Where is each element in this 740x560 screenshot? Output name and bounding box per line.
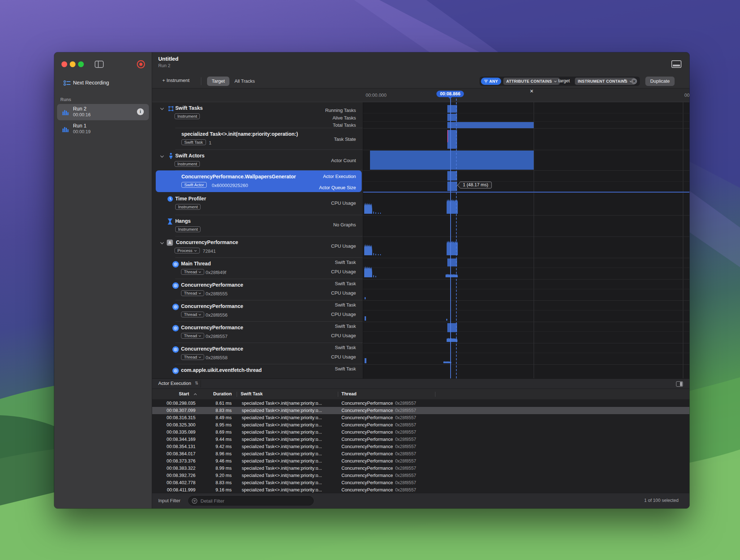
track-badge-thread-dropdown[interactable]: Thread <box>181 333 204 339</box>
filter-token-attribute[interactable]: ATTRIBUTE CONTAINS <box>503 78 560 85</box>
sidebar-item-next-recording[interactable]: Next Recording <box>73 80 109 86</box>
track-row-thread-8556[interactable]: ConcurrencyPerformance Thread 0x28f8556 … <box>152 300 363 322</box>
thread-icon <box>172 346 179 353</box>
timeline-ruler[interactable]: 00:00.000 00:16.292 00 00:08.866 ✕ <box>363 88 689 102</box>
filter-wildcard[interactable]: * <box>624 78 626 83</box>
clear-filter-icon[interactable]: ✕ <box>631 78 637 84</box>
toggle-sidebar-icon[interactable] <box>95 61 104 68</box>
table-row[interactable]: 00:08.298.0358.61 ms specialized Task<>.… <box>152 400 689 407</box>
column-header-start[interactable]: Start <box>179 391 189 396</box>
detail-filter-field[interactable] <box>188 496 314 505</box>
chevron-down-icon[interactable] <box>160 108 164 110</box>
column-header-thread[interactable]: Thread <box>341 391 357 396</box>
chevron-down-icon[interactable] <box>160 155 164 158</box>
zoom-window-button[interactable] <box>78 61 84 67</box>
track-row-main-thread[interactable]: Main Thread Thread 0x28f849f Swift Task … <box>152 258 363 279</box>
segment-all-tracks[interactable]: All Tracks <box>232 77 257 86</box>
toggle-bottom-panel-icon[interactable] <box>671 60 681 68</box>
filter-any-label: ANY <box>489 79 498 83</box>
lane-label: Swift Task <box>335 302 356 308</box>
table-row[interactable]: 00:08.325.3008.95 ms specialized Task<>.… <box>152 421 689 429</box>
timeline-graph-area[interactable]: 1 (48.17 ms) <box>363 102 689 378</box>
track-row-specialized-task[interactable]: specialized Task<>.init(name:priority:op… <box>152 128 363 150</box>
instruments-window: Next Recording Runs Run 2 00:00:16 i <box>54 52 689 508</box>
track-row-wallpapers-generator[interactable]: ConcurrencyPerformance.WallpapersGenerat… <box>152 170 363 192</box>
document-subtitle: Run 2 <box>158 63 170 68</box>
detail-filter-input[interactable] <box>200 498 295 504</box>
lane-label: CPU Usage <box>331 312 356 317</box>
document-title: Untitled <box>158 56 178 62</box>
track-row-thread-8557[interactable]: ConcurrencyPerformance Thread 0x28f8557 … <box>152 322 363 343</box>
lane-label: CPU Usage <box>331 200 356 206</box>
chevron-down-icon <box>554 81 557 82</box>
window-titlebar: Untitled Run 2 <box>152 52 689 74</box>
track-row-thread-8555[interactable]: ConcurrencyPerformance Thread 0x28f8555 … <box>152 279 363 300</box>
run-row-run1[interactable]: Run 1 00:00:19 <box>57 121 149 137</box>
track-row-time-profiler[interactable]: Time Profiler Instrument CPU Usage <box>152 192 363 215</box>
run-duration: 00:00:19 <box>73 129 91 134</box>
lane-label: CPU Usage <box>331 333 356 338</box>
selection-count: 1 of 100 selected <box>644 498 679 503</box>
minimize-window-button[interactable] <box>70 61 76 67</box>
table-row[interactable]: 00:08.354.1319.42 ms specialized Task<>.… <box>152 443 689 450</box>
toggle-inspector-icon[interactable] <box>676 381 683 387</box>
next-recording-icon <box>64 80 71 86</box>
table-row[interactable]: 00:08.411.9999.16 ms specialized Task<>.… <box>152 486 689 493</box>
table-row[interactable]: 00:08.392.7269.20 ms specialized Task<>.… <box>152 472 689 479</box>
column-header-duration[interactable]: Duration <box>213 391 232 396</box>
track-title: ConcurrencyPerformance <box>181 346 243 352</box>
alive-tasks-bar <box>447 114 457 121</box>
track-badge-thread-dropdown[interactable]: Thread <box>181 354 204 360</box>
segment-target[interactable]: Target <box>207 77 229 86</box>
table-row-selected[interactable]: 00:08.307.0998.83 ms specialized Task<>.… <box>152 407 689 414</box>
main-area: Untitled Run 2 + Instrument Target All T… <box>152 52 689 508</box>
track-badge: Swift Task <box>181 139 206 145</box>
track-badge: Instrument <box>175 161 200 167</box>
track-detail-value: 0x28f849f <box>206 270 226 275</box>
track-badge-process-dropdown[interactable]: Process <box>175 248 200 253</box>
filter-value-text[interactable]: target <box>558 78 570 83</box>
run-info-icon[interactable]: i <box>137 108 144 115</box>
track-badge-thread-dropdown[interactable]: Thread <box>181 290 204 296</box>
track-title: Hangs <box>175 218 191 224</box>
sort-toggle-icon[interactable]: ⇅ <box>195 381 198 386</box>
track-row-process[interactable]: A ConcurrencyPerformance Process 72841 C… <box>152 236 363 258</box>
table-row[interactable]: 00:08.344.1699.44 ms specialized Task<>.… <box>152 436 689 443</box>
playhead-time-pill[interactable]: 00:08.866 <box>436 91 464 97</box>
track-row-thread-8558[interactable]: ConcurrencyPerformance Thread 0x28f8558 … <box>152 343 363 364</box>
run-row-run2[interactable]: Run 2 00:00:16 i <box>57 104 149 120</box>
detail-footer: Input Filter 1 of 100 selected <box>152 493 689 508</box>
cpu-usage-graph <box>364 243 372 255</box>
track-detail-value: 1 <box>209 140 211 146</box>
track-badge-thread-dropdown[interactable]: Thread <box>181 312 204 317</box>
table-row[interactable]: 00:08.402.7788.83 ms specialized Task<>.… <box>152 479 689 486</box>
track-row-hangs[interactable]: Hangs Instrument No Graphs <box>152 215 363 236</box>
table-row[interactable]: 00:08.364.0178.96 ms specialized Task<>.… <box>152 450 689 457</box>
track-detail-value: 0x28f8557 <box>206 334 228 339</box>
lane-label: Actor Queue Size <box>319 185 356 190</box>
detail-pane-toolbar: Actor Execution ⇅ <box>152 378 689 389</box>
track-detail-value: 0x600002925260 <box>212 183 248 188</box>
track-row-swift-tasks[interactable]: Swift Tasks Instrument Running Tasks Ali… <box>152 102 363 128</box>
lane-label: Swift Task <box>335 260 356 265</box>
close-window-button[interactable] <box>61 61 67 67</box>
duplicate-button[interactable]: Duplicate <box>645 77 675 86</box>
ruler-close-marker[interactable]: ✕ <box>530 88 534 94</box>
chevron-down-icon[interactable] <box>160 242 164 244</box>
track-row-eventfetch-thread[interactable]: com.apple.uikit.eventfetch-thread Swift … <box>152 364 363 378</box>
detail-view-selector[interactable]: Actor Execution <box>158 381 191 386</box>
table-row[interactable]: 00:08.316.3158.49 ms specialized Task<>.… <box>152 414 689 421</box>
track-title: ConcurrencyPerformance.WallpapersGenerat… <box>181 174 296 179</box>
filter-any-pill[interactable]: ANY <box>481 78 501 85</box>
record-button[interactable] <box>137 60 145 69</box>
add-instrument-button[interactable]: + Instrument <box>162 78 189 83</box>
detail-toolbar-divider <box>201 380 201 387</box>
filter-token-instrument[interactable]: INSTRUMENT CONTAINS <box>575 78 635 85</box>
filter-token-label: ATTRIBUTE CONTAINS <box>506 79 552 83</box>
table-row[interactable]: 00:08.373.3769.46 ms specialized Task<>.… <box>152 457 689 465</box>
column-header-swift-task[interactable]: Swift Task <box>241 391 263 396</box>
table-row[interactable]: 00:08.383.3228.99 ms specialized Task<>.… <box>152 465 689 472</box>
track-badge-thread-dropdown[interactable]: Thread <box>181 269 204 275</box>
track-row-swift-actors[interactable]: Swift Actors Instrument Actor Count <box>152 150 363 170</box>
table-row[interactable]: 00:08.335.0898.69 ms specialized Task<>.… <box>152 429 689 436</box>
